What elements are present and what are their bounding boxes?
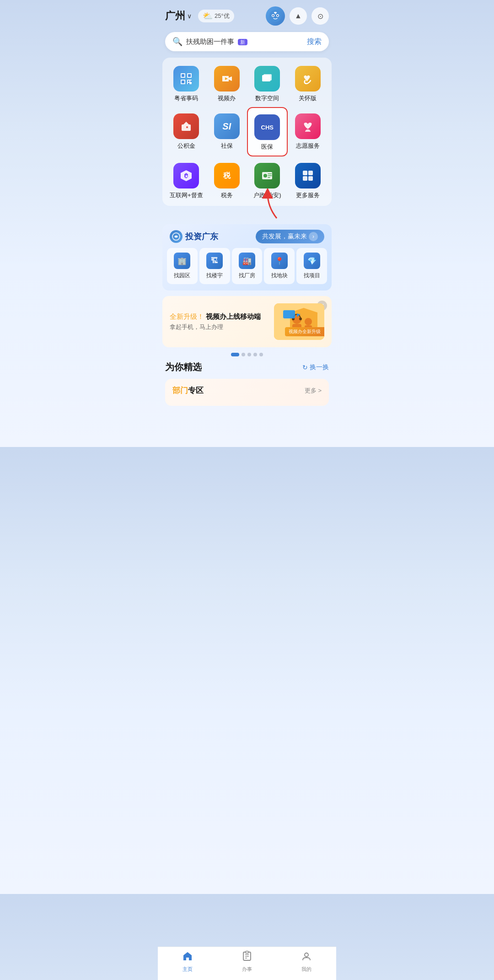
zhiyuan-label: 志愿服务 [296, 142, 320, 150]
shebao-icon: SI [214, 113, 240, 139]
featured-title: 为你精选 [165, 361, 202, 373]
dept-header: 部门专区 更多 > [172, 385, 322, 396]
dot-3 [247, 353, 251, 356]
service-video[interactable]: 视频办 [207, 59, 247, 107]
yibao-label: 医保 [261, 143, 273, 151]
banner-text: 全新升级！ 视频办上线移动端 拿起手机，马上办理 [170, 312, 261, 331]
yueshima-icon [173, 66, 199, 92]
digital-icon [254, 66, 280, 92]
svg-rect-12 [188, 74, 191, 77]
gongjijin-label: 公积金 [177, 142, 195, 150]
svg-rect-19 [262, 75, 270, 81]
banner-section: ✕ 全新升级！ 视频办上线移动端 拿起手机，马上办理 视频办全新升级 [162, 296, 332, 347]
invest-xiangmu[interactable]: 💎 找项目 [296, 248, 327, 284]
louyu-label: 找楼宇 [206, 272, 223, 280]
banner-badge: 视频办全新升级 [285, 327, 324, 336]
service-shebao[interactable]: SI 社保 [207, 107, 247, 156]
service-yueshima[interactable]: 粤省事码 [166, 59, 207, 107]
featured-header: 为你精选 ↻ 换一换 [165, 361, 329, 373]
avatar-button[interactable] [266, 6, 285, 26]
annotation-arrow [158, 188, 281, 221]
louyu-icon: 🏗 [206, 253, 223, 269]
search-tag: 新 [238, 39, 247, 45]
svg-rect-5 [274, 12, 277, 13]
location-button[interactable]: ▲ [290, 7, 307, 25]
shebao-label: 社保 [221, 142, 233, 150]
yueshima-label: 粤省事码 [174, 94, 198, 102]
dikuai-label: 找地块 [271, 272, 288, 280]
search-bar[interactable]: 🔍 扶残助困一件事 新 搜索 [165, 32, 329, 51]
yuanqu-icon: 🏢 [174, 253, 190, 269]
changfang-label: 找厂房 [239, 272, 255, 280]
svg-rect-26 [303, 171, 307, 175]
service-care[interactable]: 关怀版 [288, 59, 328, 107]
svg-rect-11 [182, 74, 184, 77]
dept-zone: 部门专区 更多 > [165, 379, 329, 406]
svg-rect-39 [283, 310, 295, 318]
search-icon: 🔍 [172, 37, 183, 47]
weather-text: 25°优 [215, 12, 230, 20]
search-button[interactable]: 搜索 [307, 37, 322, 47]
invest-louyu[interactable]: 🏗 找楼宇 [199, 248, 230, 284]
dept-more[interactable]: 更多 > [305, 387, 322, 395]
service-gongjijin[interactable]: 公积金 [166, 107, 207, 156]
chevron-down-icon: ∨ [187, 12, 192, 20]
svg-text:★: ★ [185, 174, 188, 178]
gongjijin-icon [173, 113, 199, 139]
huzheng-icon [254, 163, 280, 188]
dikuai-icon: 📍 [271, 253, 288, 269]
camera-button[interactable]: ⊙ [311, 7, 329, 25]
banner-dots [158, 353, 336, 356]
svg-rect-14 [188, 81, 189, 82]
svg-point-21 [186, 126, 188, 128]
svg-rect-20 [182, 124, 191, 131]
featured-action-label: 换一换 [310, 363, 329, 372]
invest-section: 投资广东 共发展，赢未来 › 🏢 找园区 🏗 找楼宇 🏭 找厂房 📍 找地块 💎… [162, 224, 332, 291]
banner-upgrade-text: 全新升级！ 视频办上线移动端 [170, 312, 261, 321]
more-icon [295, 163, 321, 188]
svg-point-0 [269, 10, 281, 22]
svg-rect-28 [303, 176, 307, 181]
xiangmu-label: 找项目 [304, 272, 320, 280]
invest-slogan[interactable]: 共发展，赢未来 › [256, 230, 324, 243]
city-name: 广州 [165, 9, 185, 23]
svg-point-37 [305, 318, 312, 325]
featured-action[interactable]: ↻ 换一换 [302, 363, 329, 372]
invest-arrow-icon: › [309, 232, 318, 241]
svg-point-25 [263, 174, 267, 178]
svg-rect-13 [182, 81, 184, 83]
changfang-icon: 🏭 [239, 253, 255, 269]
invest-items: 🏢 找园区 🏗 找楼宇 🏭 找厂房 📍 找地块 💎 找项目 [162, 248, 332, 291]
featured-section: 为你精选 ↻ 换一换 部门专区 更多 > [158, 361, 336, 406]
service-digital[interactable]: 数字空间 [247, 59, 288, 107]
svg-rect-27 [308, 171, 313, 175]
video-icon [214, 66, 240, 92]
city-selector[interactable]: 广州 ∨ [165, 9, 192, 23]
invest-dikuai[interactable]: 📍 找地块 [264, 248, 295, 284]
svg-rect-29 [308, 176, 313, 181]
weather-icon: ⛅ [203, 11, 213, 21]
banner-image: 视频办全新升级 [274, 303, 324, 340]
yuanqu-label: 找园区 [174, 272, 190, 280]
care-label: 关怀版 [299, 94, 317, 102]
dot-1 [231, 353, 239, 356]
service-yibao[interactable]: CHS 医保 [247, 107, 288, 156]
svg-point-3 [273, 15, 274, 16]
service-zhiyuan[interactable]: 志愿服务 [288, 107, 328, 156]
dot-2 [242, 353, 245, 356]
service-more[interactable]: 更多服务 [288, 156, 328, 204]
invest-header: 投资广东 共发展，赢未来 › [162, 224, 332, 248]
invest-yuanqu[interactable]: 🏢 找园区 [167, 248, 198, 284]
invest-title: 投资广东 [185, 231, 218, 242]
dot-4 [253, 353, 257, 356]
video-label: 视频办 [218, 94, 236, 102]
svg-point-36 [299, 318, 302, 320]
refresh-icon: ↻ [302, 364, 308, 371]
weather-badge: ⛅ 25°优 [198, 10, 234, 22]
services-grid: 粤省事码 视频办 数字空间 关怀版 [162, 58, 332, 206]
invest-changfang[interactable]: 🏭 找厂房 [232, 248, 263, 284]
svg-rect-16 [188, 83, 189, 84]
invest-logo-icon [170, 230, 183, 243]
svg-point-4 [277, 15, 279, 16]
zhiyuan-icon [295, 113, 321, 139]
